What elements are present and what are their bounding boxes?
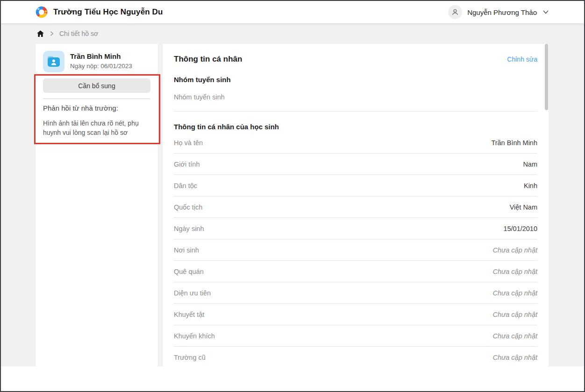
section-divider xyxy=(174,111,537,112)
field-row-dien-uu-tien: Diện ưu tiên Chưa cập nhật xyxy=(174,282,537,304)
field-value-empty: Chưa cập nhật xyxy=(493,311,537,318)
person-icon xyxy=(451,8,459,16)
field-value-empty: Chưa cập nhật xyxy=(493,289,537,297)
field-label: Quốc tịch xyxy=(174,203,202,211)
field-row-que-quan: Quê quán Chưa cập nhật xyxy=(174,261,537,282)
breadcrumb-current: Chi tiết hồ sơ xyxy=(59,30,98,37)
vertical-scrollbar[interactable] xyxy=(545,44,548,110)
student-profile-text: Trần Bình Minh Ngày nộp: 06/01/2023 xyxy=(70,51,132,72)
field-row-ngay-sinh: Ngày sinh 15/01/2010 xyxy=(174,218,537,239)
student-fields-list: Họ và tên Trần Bình Minh Giới tính Nam D… xyxy=(174,132,537,366)
field-value-empty: Chưa cập nhật xyxy=(493,246,537,254)
personal-info-panel: Thông tin cá nhân Chỉnh sửa Nhóm tuyển s… xyxy=(163,44,549,366)
panel-title: Thông tin cá nhân xyxy=(174,55,242,64)
breadcrumb: Chi tiết hồ sơ xyxy=(1,23,584,44)
app-window: Trường Tiểu Học Nguyễn Du Nguyễn Phương … xyxy=(0,0,585,392)
status-button[interactable]: Cần bổ sung xyxy=(43,78,150,93)
user-avatar xyxy=(448,5,462,19)
student-profile-icon xyxy=(43,51,64,72)
field-value: Việt Nam xyxy=(510,203,537,211)
field-label: Nơi sinh xyxy=(174,246,199,254)
field-label: Quê quán xyxy=(174,268,204,275)
field-value-empty: Chưa cập nhật xyxy=(493,354,537,361)
field-value: Nam xyxy=(523,161,537,168)
field-label: Khuyến khích xyxy=(174,332,215,340)
field-row-noi-sinh: Nơi sinh Chưa cập nhật xyxy=(174,239,537,261)
field-row-truong-cu: Trường cũ Chưa cập nhật xyxy=(174,347,537,366)
field-label: Dân tộc xyxy=(174,182,197,189)
admission-group-field-label: Nhóm tuyển sinh xyxy=(174,93,537,102)
user-menu[interactable]: Nguyễn Phương Thảo xyxy=(448,5,549,19)
top-header: Trường Tiểu Học Nguyễn Du Nguyễn Phương … xyxy=(1,1,584,23)
field-label: Trường cũ xyxy=(174,354,206,361)
field-row-quoc-tich: Quốc tịch Việt Nam xyxy=(174,196,537,218)
field-label: Họ và tên xyxy=(174,139,203,147)
application-summary-card: Trần Bình Minh Ngày nộp: 06/01/2023 Cần … xyxy=(36,44,158,366)
field-value: Kinh xyxy=(524,182,537,189)
home-icon[interactable] xyxy=(36,30,44,38)
edit-link[interactable]: Chỉnh sửa xyxy=(507,56,537,63)
field-row-khuyen-khich: Khuyến khích Chưa cập nhật xyxy=(174,325,537,347)
page-bottom-area xyxy=(1,366,584,391)
field-label: Diện ưu tiên xyxy=(174,289,211,297)
field-label: Giới tính xyxy=(174,161,200,168)
feedback-title: Phản hồi từ nhà trường: xyxy=(43,104,150,112)
field-value-empty: Chưa cập nhật xyxy=(493,332,537,340)
field-value-empty: Chưa cập nhật xyxy=(493,268,537,275)
field-label: Khuyết tật xyxy=(174,311,204,318)
chevron-down-icon xyxy=(542,8,549,16)
field-row-gioi-tinh: Giới tính Nam xyxy=(174,154,537,175)
sidebar-divider xyxy=(43,98,150,99)
admission-group-heading: Nhóm tuyển sinh xyxy=(174,76,537,84)
field-row-khuyet-tat: Khuyết tật Chưa cập nhật xyxy=(174,304,537,325)
user-name: Nguyễn Phương Thảo xyxy=(467,8,537,16)
student-section-heading: Thông tin cá nhân của học sinh xyxy=(174,123,537,131)
personal-info-content: Thông tin cá nhân Chỉnh sửa Nhóm tuyển s… xyxy=(163,44,549,366)
field-value: 15/01/2010 xyxy=(503,225,537,232)
school-logo-icon xyxy=(35,5,49,19)
panel-header: Thông tin cá nhân Chỉnh sửa xyxy=(174,53,537,65)
submit-date: Ngày nộp: 06/01/2023 xyxy=(70,63,132,70)
field-value: Trần Bình Minh xyxy=(491,139,537,147)
field-row-ho-va-ten: Họ và tên Trần Bình Minh xyxy=(174,132,537,154)
chevron-right-icon xyxy=(49,30,55,37)
student-profile: Trần Bình Minh Ngày nộp: 06/01/2023 xyxy=(36,44,158,72)
feedback-message: Hình ảnh tải lên chưa rõ nét, phụ huynh … xyxy=(43,119,150,138)
school-name: Trường Tiểu Học Nguyễn Du xyxy=(53,7,163,17)
student-name: Trần Bình Minh xyxy=(70,51,132,60)
field-row-dan-toc: Dân tộc Kinh xyxy=(174,175,537,196)
field-label: Ngày sinh xyxy=(174,225,204,232)
brand: Trường Tiểu Học Nguyễn Du xyxy=(35,5,163,19)
